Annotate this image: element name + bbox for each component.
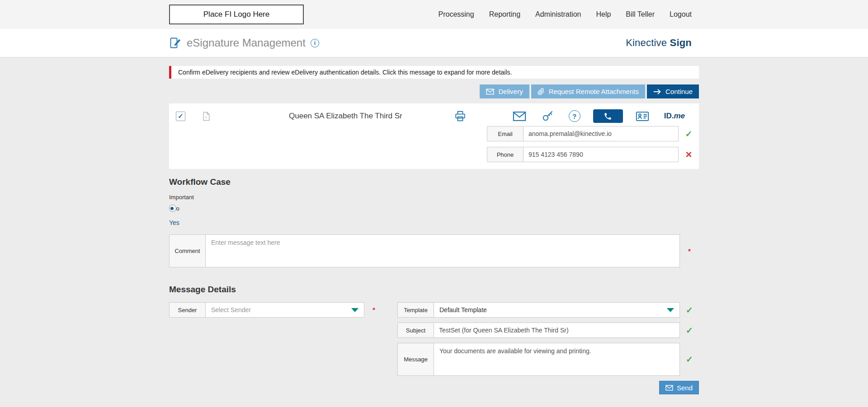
phone-auth-icon-selected[interactable] xyxy=(593,109,623,123)
phone-label: Phone xyxy=(487,147,524,162)
message-row: Message Your documents are available for… xyxy=(397,343,699,376)
email-auth-icon[interactable] xyxy=(513,111,526,122)
nav-reporting[interactable]: Reporting xyxy=(489,10,520,19)
recipient-name: Queen SA Elizabeth The Third Sr xyxy=(289,112,402,121)
document-page-icon[interactable]: 1 xyxy=(202,112,210,121)
sender-required-marker: * xyxy=(364,302,383,318)
phone-invalid-x-icon: × xyxy=(679,147,699,162)
template-dropdown[interactable]: Default Template xyxy=(434,302,680,318)
svg-text:1: 1 xyxy=(205,115,207,119)
phone-input[interactable] xyxy=(523,147,679,162)
fi-logo-placeholder: Place FI Logo Here xyxy=(169,5,304,24)
brand-bold: Sign xyxy=(670,37,692,48)
sender-row: Sender Select Sender * xyxy=(169,302,383,318)
sender-label: Sender xyxy=(169,302,206,318)
key-auth-icon[interactable] xyxy=(541,110,554,122)
nav-processing[interactable]: Processing xyxy=(439,10,474,19)
message-textarea[interactable]: Your documents are available for viewing… xyxy=(434,343,680,376)
idme-suffix: me xyxy=(674,112,685,120)
continue-button[interactable]: Continue xyxy=(647,84,699,98)
radio-dot xyxy=(170,207,174,210)
main-content: Confirm eDelivery recipients and review … xyxy=(169,66,699,394)
important-option-yes[interactable]: Yes xyxy=(169,219,187,226)
brand-regular: Kinective xyxy=(626,37,667,48)
subject-row: Subject ✓ xyxy=(397,323,699,338)
message-valid-check-icon: ✓ xyxy=(680,343,699,376)
important-field-label: Important xyxy=(169,194,699,201)
sender-dropdown[interactable]: Select Sender xyxy=(205,302,364,318)
template-value: Default Template xyxy=(439,306,487,313)
recipient-checkbox[interactable]: ✓ xyxy=(176,112,185,121)
email-row: Email ✓ xyxy=(487,126,699,141)
message-details-section: Sender Select Sender * Template Default … xyxy=(169,302,699,394)
radio-icon xyxy=(169,205,176,212)
template-row: Template Default Template ✓ xyxy=(397,302,699,318)
chevron-down-icon xyxy=(351,308,359,312)
page-title: eSignature Management xyxy=(187,37,306,49)
subject-input[interactable] xyxy=(434,323,680,338)
template-label: Template xyxy=(397,302,434,318)
printer-icon[interactable] xyxy=(454,110,466,122)
top-navigation: Processing Reporting Administration Help… xyxy=(439,10,692,19)
nav-user-bill-teller[interactable]: Bill Teller xyxy=(626,10,655,19)
nav-logout[interactable]: Logout xyxy=(670,10,692,19)
email-input[interactable] xyxy=(523,126,679,141)
email-valid-check-icon: ✓ xyxy=(679,126,699,141)
idme-auth-logo[interactable]: ID.me xyxy=(664,112,685,121)
message-details-heading: Message Details xyxy=(169,285,699,295)
sub-header: eSignature Management i Kinective Sign xyxy=(0,29,868,57)
nav-help[interactable]: Help xyxy=(596,10,611,19)
phone-row: Phone × xyxy=(487,147,699,162)
esignature-document-icon xyxy=(169,37,182,49)
edelivery-alert-banner[interactable]: Confirm eDelivery recipients and review … xyxy=(169,66,699,79)
arrow-right-icon xyxy=(653,89,661,95)
nav-administration[interactable]: Administration xyxy=(535,10,581,19)
question-mark-icon: ? xyxy=(569,110,580,122)
comment-label: Comment xyxy=(169,234,206,267)
sender-placeholder: Select Sender xyxy=(211,306,251,313)
idme-prefix: ID. xyxy=(664,112,674,120)
sender-column: Sender Select Sender * xyxy=(169,302,383,318)
security-question-auth-icon[interactable]: ? xyxy=(569,110,580,122)
template-valid-check-icon: ✓ xyxy=(680,302,699,318)
recipient-card: ✓ 1 Queen SA Elizabeth The Third Sr xyxy=(169,103,699,169)
subject-valid-check-icon: ✓ xyxy=(680,323,699,338)
message-column: Template Default Template ✓ Subject ✓ Me… xyxy=(397,302,699,394)
request-remote-attachments-label: Request Remote Attachments xyxy=(549,88,639,95)
action-buttons-row: Delivery Request Remote Attachments Cont… xyxy=(169,84,699,98)
comment-required-marker: * xyxy=(680,234,699,267)
chevron-down-icon xyxy=(667,308,674,312)
info-icon[interactable]: i xyxy=(311,39,319,47)
email-label: Email xyxy=(487,126,524,141)
recipient-contact-fields: Email ✓ Phone × xyxy=(487,126,699,162)
id-card-auth-icon[interactable] xyxy=(636,111,649,122)
comment-row: Comment * xyxy=(169,234,699,267)
important-option-no[interactable]: No xyxy=(169,205,196,212)
comment-textarea[interactable] xyxy=(205,234,680,267)
request-remote-attachments-button[interactable]: Request Remote Attachments xyxy=(531,84,645,98)
continue-button-label: Continue xyxy=(665,88,693,95)
message-label: Message xyxy=(397,343,434,376)
delivery-button[interactable]: Delivery xyxy=(480,84,529,98)
top-bar: Place FI Logo Here Processing Reporting … xyxy=(0,0,868,29)
send-row: Send xyxy=(397,381,699,394)
send-envelope-icon xyxy=(665,385,673,391)
kinective-sign-logo: Kinective Sign xyxy=(626,37,692,49)
authentication-options: ? ID.me xyxy=(513,109,685,123)
paperclip-icon xyxy=(538,88,545,95)
workflow-case-heading: Workflow Case xyxy=(169,177,699,187)
envelope-icon xyxy=(486,89,494,95)
subject-label: Subject xyxy=(397,323,434,338)
send-button[interactable]: Send xyxy=(659,381,699,394)
delivery-button-label: Delivery xyxy=(498,88,523,95)
send-button-label: Send xyxy=(677,384,693,392)
